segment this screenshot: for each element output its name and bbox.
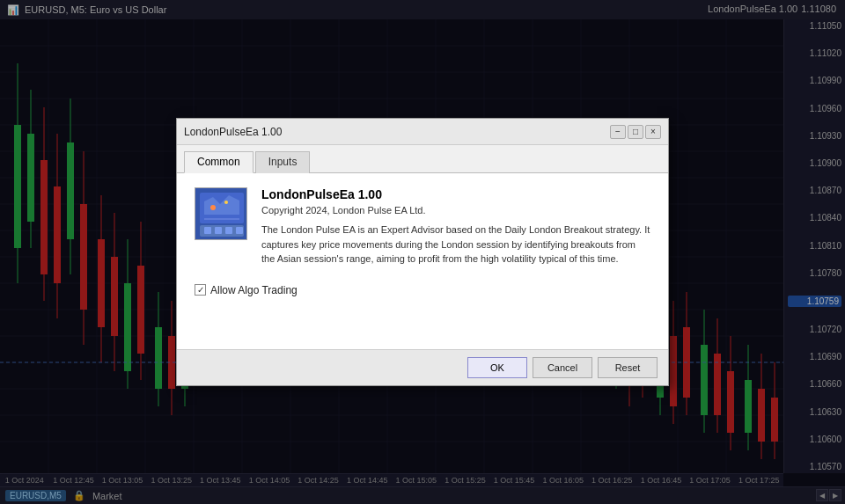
dialog-body: LondonPulseEa 1.00 Copyright 2024, Londo… (177, 173, 668, 349)
ok-button[interactable]: OK (467, 357, 527, 378)
ea-name: LondonPulseEa 1.00 (261, 187, 650, 201)
tab-inputs[interactable]: Inputs (255, 151, 311, 173)
allow-algo-trading-checkbox[interactable]: ✓ Allow Algo Trading (195, 284, 298, 296)
svg-rect-102 (215, 227, 222, 234)
dialog-footer: OK Cancel Reset (177, 349, 668, 385)
algo-trading-section: ✓ Allow Algo Trading (195, 284, 650, 296)
svg-rect-103 (225, 227, 232, 234)
svg-point-99 (210, 205, 216, 210)
ea-description: The London Pulse EA is an Expert Advisor… (261, 223, 650, 267)
dialog-title: LondonPulseEa 1.00 (184, 126, 282, 138)
ea-info-section: LondonPulseEa 1.00 Copyright 2024, Londo… (195, 187, 650, 267)
dialog-window-controls: − □ × (610, 125, 661, 139)
cancel-button[interactable]: Cancel (533, 357, 592, 378)
ea-copyright: Copyright 2024, London Pulse EA Ltd. (261, 205, 650, 215)
ea-icon-svg (195, 188, 247, 240)
ea-icon-graphic (195, 188, 246, 239)
reset-button[interactable]: Reset (598, 357, 658, 378)
allow-algo-trading-label: Allow Algo Trading (210, 284, 298, 296)
dialog: LondonPulseEa 1.00 − □ × Common Inputs (176, 118, 669, 386)
maximize-button[interactable]: □ (628, 125, 643, 139)
close-button[interactable]: × (645, 125, 661, 139)
modal-overlay: LondonPulseEa 1.00 − □ × Common Inputs (0, 0, 845, 504)
ea-info-text: LondonPulseEa 1.00 Copyright 2024, Londo… (261, 187, 650, 267)
checkbox-indicator: ✓ (195, 284, 206, 296)
svg-point-100 (224, 201, 228, 204)
minimize-button[interactable]: − (610, 125, 626, 139)
dialog-titlebar: LondonPulseEa 1.00 − □ × (177, 119, 668, 145)
svg-rect-104 (236, 227, 243, 234)
tab-common[interactable]: Common (184, 151, 254, 173)
ea-icon (195, 187, 247, 240)
svg-rect-101 (204, 227, 211, 234)
dialog-tabs: Common Inputs (177, 145, 668, 173)
